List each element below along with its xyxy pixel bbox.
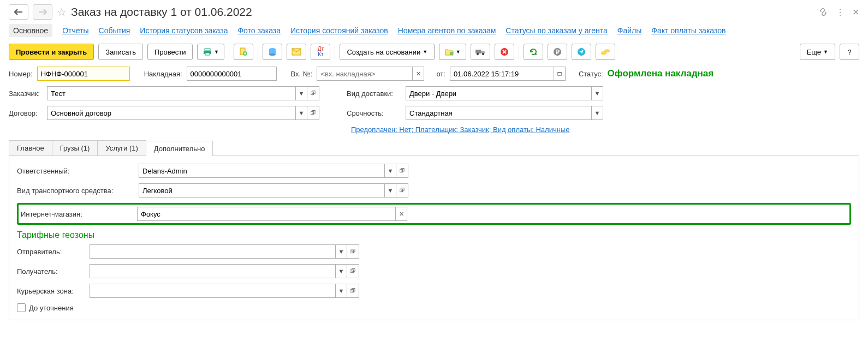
vehicle-dropdown-button[interactable]: ▼ — [384, 183, 396, 198]
forward-button[interactable] — [33, 4, 52, 20]
tab-extra[interactable]: Дополнительно — [146, 141, 213, 156]
courier-zone-input[interactable] — [90, 284, 335, 298]
link-icon[interactable] — [818, 7, 828, 17]
nav-agent-statuses[interactable]: Статусы по заказам у агента — [506, 26, 607, 35]
until-clarification-checkbox[interactable] — [17, 303, 26, 312]
tab-services[interactable]: Услуги (1) — [97, 140, 146, 155]
close-icon[interactable]: ✕ — [852, 7, 859, 17]
waybill-input[interactable] — [187, 67, 277, 81]
delivery-type-label: Вид доставки: — [347, 89, 401, 98]
svg-point-9 — [450, 52, 453, 55]
customer-input[interactable] — [47, 86, 295, 100]
responsible-dropdown-button[interactable]: ▼ — [384, 164, 396, 178]
urgency-label: Срочность: — [347, 109, 401, 117]
svg-point-20 — [604, 49, 610, 51]
nav-photo[interactable]: Фото заказа — [237, 26, 281, 35]
customer-dropdown-button[interactable]: ▼ — [295, 86, 307, 100]
back-button[interactable] — [9, 4, 28, 20]
sender-dropdown-button[interactable]: ▼ — [335, 244, 347, 259]
nav-reports[interactable]: Отчеты — [62, 26, 88, 35]
more-button[interactable]: Еще ▼ — [800, 44, 835, 60]
svg-point-12 — [482, 53, 484, 55]
responsible-open-button[interactable] — [396, 164, 408, 178]
row-number: Номер: Накладная: Вх. №: ✕ от: Статус: О… — [9, 67, 859, 81]
recipient-open-button[interactable] — [347, 264, 359, 278]
nav-events[interactable]: События — [99, 26, 130, 35]
vehicle-input[interactable] — [139, 183, 384, 198]
svg-point-7 — [269, 53, 276, 56]
nav-payment-fact[interactable]: Факт оплаты заказов — [651, 26, 726, 35]
sender-open-button[interactable] — [347, 244, 359, 259]
urgency-input[interactable] — [406, 106, 591, 120]
header-bar: ☆ Заказ на доставку 1 от 01.06.2022 ⋮ ✕ — [9, 4, 859, 20]
mail-button[interactable] — [287, 44, 306, 60]
help-button[interactable]: ? — [840, 44, 859, 60]
folder-action-button[interactable]: ▼ — [439, 44, 466, 60]
kebab-menu-icon[interactable]: ⋮ — [836, 7, 845, 17]
nav-state-history[interactable]: История состояний заказов — [290, 26, 388, 35]
cancel-button[interactable] — [495, 44, 514, 60]
delivery-type-input[interactable] — [406, 86, 591, 100]
shop-label: Интернет-магазин: — [21, 210, 133, 218]
create-based-button[interactable]: Создать на основании ▼ — [340, 44, 435, 60]
shop-input[interactable] — [137, 207, 395, 221]
nav-status-history[interactable]: История статусов заказа — [140, 26, 228, 35]
shop-clear-button[interactable]: ✕ — [395, 207, 407, 221]
number-input[interactable] — [37, 67, 130, 81]
contract-dropdown-button[interactable]: ▼ — [295, 106, 307, 120]
recipient-label: Получатель: — [17, 267, 85, 276]
customer-open-button[interactable] — [307, 86, 319, 100]
page-title: Заказ на доставку 1 от 01.06.2022 — [71, 5, 252, 19]
toolbar: Провести и закрыть Записать Провести ▼ Д… — [9, 44, 859, 60]
inbound-clear-button[interactable]: ✕ — [412, 67, 424, 81]
send-button[interactable] — [572, 44, 591, 60]
urgency-dropdown-button[interactable]: ▼ — [591, 106, 603, 120]
sender-input[interactable] — [90, 244, 335, 259]
nav-main[interactable]: Основное — [9, 24, 52, 37]
vehicle-open-button[interactable] — [396, 183, 408, 198]
contract-open-button[interactable] — [307, 106, 319, 120]
payment-info-link[interactable]: Предоплачен: Нет; Плательщик: Заказчик; … — [351, 125, 569, 134]
recipient-input[interactable] — [90, 264, 335, 278]
from-input[interactable] — [450, 67, 554, 81]
contract-input[interactable] — [47, 106, 295, 120]
contract-label: Договор: — [9, 109, 43, 117]
geozones-title: Тарифные геозоны — [17, 230, 851, 240]
responsible-input[interactable] — [139, 164, 384, 178]
refresh-button[interactable] — [524, 44, 543, 60]
waybill-label: Накладная: — [144, 70, 182, 78]
database-button[interactable] — [263, 44, 282, 60]
shop-row-highlight: Интернет-магазин: ✕ — [17, 203, 851, 225]
write-button[interactable]: Записать — [98, 44, 143, 60]
currency-button[interactable]: ₽ — [548, 44, 567, 60]
courier-zone-dropdown-button[interactable]: ▼ — [335, 284, 347, 298]
print-button[interactable]: ▼ — [197, 44, 224, 60]
svg-rect-0 — [205, 49, 210, 51]
tab-main[interactable]: Главное — [9, 140, 52, 155]
until-clarification-label: До уточнения — [29, 304, 74, 312]
number-label: Номер: — [9, 70, 33, 78]
favorite-star-icon[interactable]: ☆ — [57, 5, 67, 19]
from-calendar-button[interactable] — [554, 67, 566, 81]
courier-zone-open-button[interactable] — [347, 284, 359, 298]
svg-rect-2 — [205, 53, 210, 55]
coins-button[interactable] — [596, 44, 615, 60]
post-and-close-button[interactable]: Провести и закрыть — [9, 44, 94, 60]
post-button[interactable]: Провести — [147, 44, 193, 60]
svg-text:₽: ₽ — [556, 49, 560, 55]
inbound-input[interactable] — [317, 67, 412, 81]
tabs: Главное Грузы (1) Услуги (1) Дополнитель… — [9, 140, 859, 156]
truck-button[interactable] — [471, 44, 490, 60]
delivery-type-dropdown-button[interactable]: ▼ — [591, 86, 603, 100]
customer-label: Заказчик: — [9, 89, 43, 98]
sender-label: Отправитель: — [17, 248, 85, 256]
dtct-button[interactable]: ДтКт — [311, 44, 330, 60]
nav-files[interactable]: Файлы — [617, 26, 641, 35]
recipient-dropdown-button[interactable]: ▼ — [335, 264, 347, 278]
courier-zone-label: Курьерская зона: — [17, 287, 85, 295]
tab-cargo[interactable]: Грузы (1) — [52, 140, 98, 155]
nav-links: Основное Отчеты События История статусов… — [9, 24, 859, 37]
document-add-button[interactable] — [234, 44, 253, 60]
nav-agent-numbers[interactable]: Номера агентов по заказам — [398, 26, 496, 35]
from-label: от: — [436, 70, 445, 78]
